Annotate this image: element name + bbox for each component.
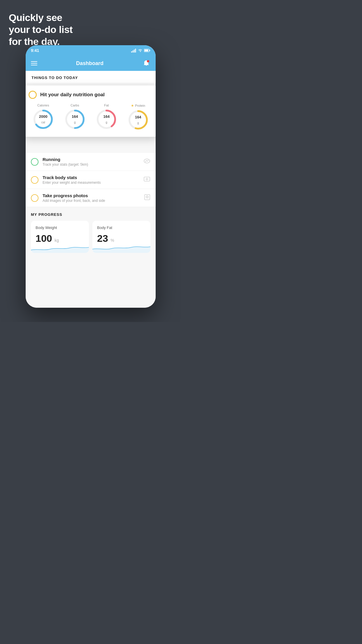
nutrition-card-title: Hit your daily nutrition goal xyxy=(40,92,105,98)
todo-list: Running Track your stats (target: 5km) T… xyxy=(26,153,156,207)
star-icon: ★ xyxy=(131,104,134,108)
fat-ring: 164 g xyxy=(96,109,117,130)
running-checkbox[interactable] xyxy=(31,158,38,166)
bodystats-icon xyxy=(143,176,150,183)
progress-label: MY PROGRESS xyxy=(31,212,150,217)
fat-label: Fat xyxy=(104,104,109,107)
nav-bar: Dashboard xyxy=(26,56,156,71)
status-bar: 9:41 xyxy=(26,45,156,56)
todo-item-running[interactable]: Running Track your stats (target: 5km) xyxy=(26,153,156,171)
nutrition-grid: Calories 2000 cal xyxy=(29,104,153,130)
body-fat-unit: % xyxy=(110,238,114,243)
signal-icon xyxy=(131,49,136,52)
nutrition-checkbox[interactable] xyxy=(29,91,37,99)
headline: Quickly see your to-do list for the day. xyxy=(9,12,73,47)
svg-point-20 xyxy=(147,197,148,197)
body-weight-title: Body Weight xyxy=(36,225,84,230)
nutrition-card: Hit your daily nutrition goal Calories xyxy=(26,85,156,137)
body-weight-card[interactable]: Body Weight 100 kg xyxy=(31,221,89,253)
photos-checkbox[interactable] xyxy=(31,194,38,202)
notification-bell[interactable] xyxy=(142,59,150,67)
body-fat-chart xyxy=(92,243,150,253)
calories-label: Calories xyxy=(37,104,49,107)
status-time: 9:41 xyxy=(31,48,39,53)
body-fat-title: Body Fat xyxy=(97,225,146,230)
svg-rect-5 xyxy=(150,50,150,51)
phone-frame: 9:41 D xyxy=(26,45,156,308)
svg-rect-1 xyxy=(133,50,133,52)
wifi-icon xyxy=(138,49,143,52)
running-subtitle: Track your stats (target: 5km) xyxy=(43,162,139,167)
progress-cards: Body Weight 100 kg Body Fat xyxy=(31,221,150,253)
photos-title: Take progress photos xyxy=(43,193,140,198)
status-icons xyxy=(131,49,150,52)
protein-label: ★ Protein xyxy=(131,104,145,108)
svg-rect-0 xyxy=(131,51,132,52)
protein-ring: 164 g xyxy=(128,109,149,130)
app-content: THINGS TO DO TODAY Hit your daily nutrit… xyxy=(26,71,156,308)
svg-point-7 xyxy=(147,60,149,62)
svg-rect-3 xyxy=(135,49,136,52)
photos-subtitle: Add images of your front, back, and side xyxy=(43,199,140,203)
nutrition-fat: Fat 164 g xyxy=(96,104,117,130)
battery-icon xyxy=(144,49,150,52)
headline-line2: your to-do list xyxy=(9,24,73,36)
headline-line1: Quickly see xyxy=(9,12,73,24)
photos-icon xyxy=(144,194,150,202)
carbs-ring: 164 g xyxy=(64,109,85,130)
bodystats-text: Track body stats Enter your weight and m… xyxy=(43,175,139,185)
body-weight-chart xyxy=(31,243,89,253)
svg-rect-6 xyxy=(145,50,148,52)
bodystats-checkbox[interactable] xyxy=(31,176,38,184)
body-fat-value: 23 xyxy=(97,233,108,244)
body-weight-value: 100 xyxy=(36,233,52,244)
nav-title: Dashboard xyxy=(76,60,103,66)
todo-item-photos[interactable]: Take progress photos Add images of your … xyxy=(26,189,156,207)
body-weight-unit: kg xyxy=(55,238,59,243)
calories-ring: 2000 cal xyxy=(33,109,54,130)
bodystats-title: Track body stats xyxy=(43,175,139,180)
todo-header: THINGS TO DO TODAY xyxy=(26,71,156,83)
nutrition-protein: ★ Protein 164 g xyxy=(128,104,149,130)
running-title: Running xyxy=(43,157,139,162)
card-header: Hit your daily nutrition goal xyxy=(29,91,153,99)
carbs-label: Carbs xyxy=(71,104,79,107)
body-fat-card[interactable]: Body Fat 23 % xyxy=(92,221,150,253)
running-text: Running Track your stats (target: 5km) xyxy=(43,157,139,167)
running-icon xyxy=(143,158,150,165)
nutrition-carbs: Carbs 164 g xyxy=(64,104,85,130)
bodystats-subtitle: Enter your weight and measurements xyxy=(43,181,139,185)
photos-text: Take progress photos Add images of your … xyxy=(43,193,140,203)
hamburger-menu[interactable] xyxy=(31,61,37,65)
todo-item-bodystats[interactable]: Track body stats Enter your weight and m… xyxy=(26,171,156,189)
nutrition-calories: Calories 2000 cal xyxy=(33,104,54,130)
svg-rect-2 xyxy=(134,50,135,52)
progress-section: MY PROGRESS Body Weight 100 kg xyxy=(26,207,156,253)
